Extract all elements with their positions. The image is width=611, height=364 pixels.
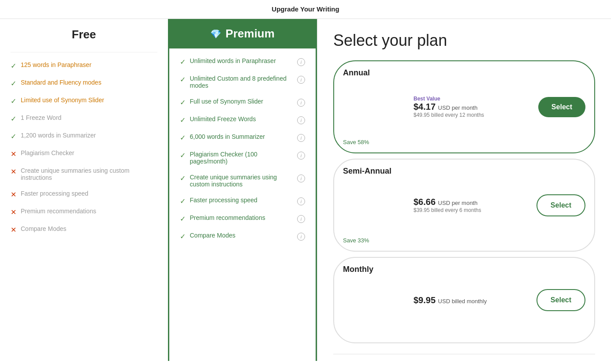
plan-save-badge: Save 58% [343, 139, 414, 145]
info-icon[interactable]: i [297, 175, 305, 182]
x-icon: ✕ [11, 190, 16, 199]
free-feature-list: ✓125 words in Paraphraser✓Standard and F… [11, 61, 157, 234]
premium-feature-text: Unlimited Freeze Words [190, 115, 256, 123]
premium-feature-item: ✓Unlimited Custom and 8 predefined modes… [180, 75, 306, 89]
info-icon[interactable]: i [297, 58, 305, 66]
plan-price-sub: $39.95 billed every 6 months [414, 207, 536, 213]
premium-feature-text: Full use of Synonym Slider [190, 98, 264, 105]
check-icon: ✓ [180, 151, 186, 160]
check-icon: ✓ [180, 232, 186, 241]
premium-feature-item: ✓Unlimited words in Paraphraseri [180, 57, 306, 66]
free-feature-text: Compare Modes [21, 225, 67, 232]
free-feature-text: 1 Freeze Word [21, 114, 61, 121]
info-icon[interactable]: i [297, 215, 305, 223]
x-icon: ✕ [11, 226, 16, 234]
free-feature-item: ✕Plagiarism Checker [11, 149, 157, 158]
info-icon[interactable]: i [297, 99, 305, 107]
premium-feature-item: ✓6,000 words in Summarizeri [180, 133, 306, 142]
page-title: Upgrade Your Writing [272, 5, 339, 13]
free-feature-item: ✕Faster processing speed [11, 190, 157, 199]
info-icon[interactable]: i [297, 197, 305, 205]
check-icon: ✓ [180, 58, 186, 66]
check-icon: ✓ [11, 79, 16, 88]
plan-save-badge: Save 33% [343, 237, 414, 244]
select-plan-button-monthly[interactable]: Select [536, 289, 585, 311]
free-feature-text: Plagiarism Checker [21, 149, 74, 156]
free-feature-text: 125 words in Paraphraser [21, 61, 91, 68]
main-container: Free ✓125 words in Paraphraser✓Standard … [0, 19, 611, 361]
free-feature-item: ✓125 words in Paraphraser [11, 61, 157, 70]
premium-feature-item: ✓Compare Modesi [180, 232, 306, 241]
info-icon[interactable]: i [297, 116, 305, 124]
free-feature-text: Standard and Fluency modes [21, 79, 101, 86]
free-feature-text: Faster processing speed [21, 190, 88, 197]
best-value-label: Best Value [414, 96, 538, 102]
plan-card-annual[interactable]: AnnualSave 58%Best Value$4.17 USD per mo… [333, 60, 595, 153]
top-bar: Upgrade Your Writing [0, 0, 611, 19]
premium-column: 💎 Premium ✓Unlimited words in Paraphrase… [168, 19, 317, 361]
premium-feature-text: Faster processing speed [190, 197, 257, 204]
select-panel: Select your plan AnnualSave 58%Best Valu… [317, 19, 611, 361]
premium-feature-text: 6,000 words in Summarizer [190, 133, 265, 140]
check-icon: ✓ [11, 132, 16, 141]
free-feature-item: ✕Create unique summaries using custom in… [11, 167, 157, 181]
free-feature-item: ✕Compare Modes [11, 225, 157, 234]
plan-name: Annual [343, 68, 414, 139]
check-icon: ✓ [180, 215, 186, 223]
free-feature-text: Limited use of Synonym Slider [21, 97, 104, 104]
premium-title: Premium [226, 27, 275, 41]
plan-card-semi-annual[interactable]: Semi-AnnualSave 33%$6.66 USD per month$3… [333, 159, 595, 252]
premium-feature-text: Premium recommendations [190, 214, 265, 221]
check-icon: ✓ [180, 134, 186, 142]
premium-feature-text: Plagiarism Checker (100 pages/month) [190, 151, 294, 165]
premium-feature-item: ✓Full use of Synonym Slideri [180, 98, 306, 107]
plan-card-monthly[interactable]: Monthly$9.95 USD billed monthlySelect [333, 257, 595, 343]
select-plan-button-annual[interactable]: Select [538, 97, 585, 117]
select-plan-title: Select your plan [333, 31, 595, 50]
plan-name: Monthly [343, 265, 414, 335]
premium-feature-item: ✓Create unique summaries using custom in… [180, 174, 306, 188]
free-feature-text: Premium recommendations [21, 208, 96, 215]
check-icon: ✓ [180, 98, 186, 107]
x-icon: ✕ [11, 208, 16, 216]
check-icon: ✓ [180, 116, 186, 124]
check-icon: ✓ [11, 115, 16, 123]
plan-name: Semi-Annual [343, 167, 414, 237]
info-icon[interactable]: i [297, 134, 305, 142]
free-title: Free [11, 28, 157, 52]
plan-price-main: $9.95 USD billed monthly [414, 295, 536, 305]
premium-features: ✓Unlimited words in Paraphraseri✓Unlimit… [169, 48, 316, 361]
premium-feature-item: ✓Unlimited Freeze Wordsi [180, 115, 306, 124]
check-icon: ✓ [180, 75, 186, 84]
premium-feature-text: Compare Modes [190, 232, 236, 239]
premium-feature-text: Create unique summaries using custom ins… [190, 174, 294, 188]
plan-price-main: $4.17 USD per month [414, 102, 538, 112]
check-icon: ✓ [180, 197, 186, 205]
free-column: Free ✓125 words in Paraphraser✓Standard … [0, 19, 168, 361]
free-feature-text: 1,200 words in Summarizer [21, 132, 96, 139]
x-icon: ✕ [11, 167, 16, 176]
check-icon: ✓ [180, 174, 186, 182]
check-icon: ✓ [11, 97, 16, 105]
check-icon: ✓ [11, 62, 16, 70]
free-feature-item: ✓Limited use of Synonym Slider [11, 97, 157, 105]
premium-feature-item: ✓Faster processing speedi [180, 197, 306, 205]
premium-header: 💎 Premium [169, 19, 316, 48]
info-icon[interactable]: i [297, 76, 305, 84]
x-icon: ✕ [11, 150, 16, 158]
plans-panel: Free ✓125 words in Paraphraser✓Standard … [0, 19, 317, 361]
free-feature-item: ✓Standard and Fluency modes [11, 79, 157, 88]
plan-price-sub: $49.95 billed every 12 months [414, 112, 538, 118]
select-plan-button-semi-annual[interactable]: Select [536, 194, 585, 216]
info-icon[interactable]: i [297, 233, 305, 241]
divider [333, 354, 595, 354]
premium-feature-list: ✓Unlimited words in Paraphraseri✓Unlimit… [180, 57, 306, 241]
premium-feature-text: Unlimited words in Paraphraser [190, 57, 276, 64]
info-icon[interactable]: i [297, 152, 305, 160]
diamond-icon: 💎 [210, 29, 221, 39]
free-feature-item: ✓1,200 words in Summarizer [11, 132, 157, 141]
free-feature-item: ✓1 Freeze Word [11, 114, 157, 123]
premium-feature-item: ✓Plagiarism Checker (100 pages/month)i [180, 151, 306, 165]
premium-feature-text: Unlimited Custom and 8 predefined modes [190, 75, 294, 89]
premium-feature-item: ✓Premium recommendationsi [180, 214, 306, 223]
